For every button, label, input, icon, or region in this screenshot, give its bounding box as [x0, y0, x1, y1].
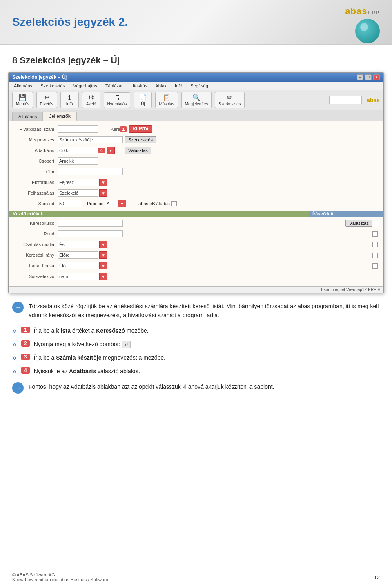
toolbar-logo: abas: [367, 97, 380, 103]
keresőkulcs-row: Keresőkulcs Választás: [13, 219, 379, 228]
edit-label: Szerkesztés: [218, 102, 241, 106]
menu-segitseg[interactable]: Segítség: [189, 83, 209, 89]
step2-bullet: »: [12, 340, 16, 349]
view-button[interactable]: 🔍 Megjelenítés: [181, 92, 212, 108]
felhasznalasi-dropdown[interactable]: ▼: [99, 189, 107, 197]
keresőkulcs-checkbox[interactable]: [374, 221, 379, 226]
irattartipusa-label: Irattár típusa: [13, 263, 58, 268]
view-label: Megjelenítés: [185, 102, 208, 106]
irattartipusa-row: Irattár típusa ▼: [13, 261, 379, 270]
adatbazis-input[interactable]: [58, 147, 98, 154]
csatolasi-mod-input[interactable]: [58, 241, 98, 248]
info-icon-1: →: [12, 302, 24, 313]
menu-tablazat[interactable]: Táblázat: [104, 83, 124, 89]
hivatkozasi-szam-input[interactable]: [58, 125, 98, 133]
info-icon: ℹ: [68, 94, 71, 101]
save-button[interactable]: 💾 Mentés: [12, 92, 33, 108]
csatolasi-mod-row: Csatolás módja ▼: [13, 240, 379, 249]
keresőkulcs-input[interactable]: [58, 220, 123, 227]
felhasznalasi-input[interactable]: [58, 189, 98, 197]
csatolasi-mod-checkbox[interactable]: [372, 242, 378, 247]
elofordulas-dropdown[interactable]: ▼: [99, 179, 107, 186]
csatolasi-mod-dropdown[interactable]: ▼: [99, 241, 107, 248]
step3-row: » 3 Írja be a Számla készítője megnevezé…: [12, 354, 380, 362]
prioritas-input[interactable]: [105, 200, 117, 207]
minimize-button[interactable]: –: [357, 74, 363, 80]
rend-input[interactable]: [58, 230, 123, 237]
keresesi-irany-input[interactable]: [58, 251, 98, 259]
new-button[interactable]: 📄 Új: [134, 92, 152, 108]
elofordulas-input[interactable]: [58, 179, 98, 186]
sorrend-input[interactable]: [58, 200, 82, 207]
discard-button[interactable]: ↩ Elvetés: [36, 92, 57, 108]
csoport-input[interactable]: [58, 157, 98, 165]
rend-label: Rend: [13, 231, 58, 236]
step1-badge: 1: [120, 126, 127, 132]
action-button[interactable]: ⚙ Akció: [82, 92, 100, 108]
felhasznalasi-row: Felhasználás ▼: [13, 188, 379, 197]
irattartipusa-input[interactable]: [58, 262, 98, 269]
csatolasi-mod-label: Csatolás módja: [13, 242, 58, 247]
menu-info[interactable]: Infó: [173, 83, 184, 89]
action-label: Akció: [86, 102, 96, 106]
szerkesztes-button[interactable]: Szerkesztés: [125, 136, 156, 143]
footer-company: © ABAS Software AG: [12, 572, 108, 577]
step4-num: 4: [21, 367, 30, 374]
copy-button[interactable]: 📋 Másolás: [155, 92, 178, 108]
footer-left: © ABAS Software AG Know-how rund um die …: [12, 572, 108, 582]
keresesi-irany-checkbox[interactable]: [372, 253, 378, 258]
megnevezes-input[interactable]: [58, 136, 123, 143]
menu-allomany[interactable]: Állomány: [12, 83, 34, 89]
prioritas-dropdown[interactable]: ▼: [118, 200, 126, 207]
irattartipusa-dropdown[interactable]: ▼: [99, 262, 107, 269]
adatbazis-dropdown[interactable]: ▼: [107, 147, 115, 154]
menu-utasitas[interactable]: Utasítás: [129, 83, 149, 89]
page-title: Szelekciós jegyzék 2.: [12, 16, 128, 29]
keresesi-irany-dropdown[interactable]: ▼: [99, 251, 107, 259]
print-button[interactable]: 🖨 Nyomtatás: [104, 92, 131, 108]
klista-button[interactable]: KLISTA: [129, 125, 152, 133]
cim-input[interactable]: [58, 168, 123, 175]
tabs-bar: Általános Jellemzők: [9, 110, 383, 121]
irattartipusa-checkbox[interactable]: [372, 263, 378, 269]
hivatkozasi-szam-label: Hivatkozási szám: [13, 127, 58, 132]
menu-vegrehajtás[interactable]: Végrehajtás: [71, 83, 99, 89]
form-area: Hivatkozási szám Kere 1 KLISTA Megnevezé…: [9, 121, 383, 286]
menu-szerkesztes[interactable]: Szerkesztés: [39, 83, 67, 89]
cim-label: Cím: [13, 169, 58, 174]
info-icon-2: →: [12, 382, 24, 394]
toolbar-separator: [248, 94, 248, 106]
keresőkulcs-valasztas[interactable]: Választás: [345, 220, 372, 227]
search-input[interactable]: [329, 96, 362, 104]
sorszelekco-dropdown[interactable]: ▼: [99, 273, 107, 280]
discard-label: Elvetés: [40, 102, 53, 106]
tab-jellemzok[interactable]: Jellemzők: [43, 112, 77, 121]
keres-label: Kere: [111, 127, 120, 132]
keresesi-irany-row: Keresési irány ▼: [13, 251, 379, 260]
tab-altalanos[interactable]: Általános: [12, 112, 43, 121]
maximize-button[interactable]: □: [365, 74, 372, 80]
sorszelekco-input[interactable]: [58, 273, 98, 280]
cim-row: Cím: [13, 167, 379, 176]
valasztas-button[interactable]: Választás: [125, 147, 151, 154]
header: Szelekciós jegyzék 2. abas ERP: [0, 0, 392, 45]
elofordulas-row: Előfordulás ▼: [13, 178, 379, 187]
new-label: Új: [141, 102, 145, 106]
footer-tagline: Know-how rund um die abas-Business-Softw…: [12, 577, 108, 582]
close-button[interactable]: ✕: [373, 74, 380, 80]
save-icon: 💾: [18, 94, 27, 101]
step2-num: 2: [21, 340, 30, 347]
felhasznalasi-label: Felhasználás: [13, 190, 58, 195]
sorrend-label: Sorrend: [13, 201, 58, 206]
abas-atadas-checkbox[interactable]: [172, 201, 177, 206]
view-icon: 🔍: [192, 94, 200, 101]
keresesi-irany-label: Keresési irány: [13, 253, 58, 258]
app-window: Szelekciós jegyzék – Új – □ ✕ Állomány S…: [8, 72, 384, 294]
menu-ablak[interactable]: Ablak: [154, 83, 168, 89]
rend-checkbox[interactable]: [372, 231, 378, 237]
edit-button[interactable]: ✏ Szerkesztés: [215, 92, 244, 108]
step3-text: Írja be a Számla készítője megnevezést a…: [34, 354, 165, 362]
info-button[interactable]: ℹ Infó: [60, 92, 79, 108]
save-label: Mentés: [16, 102, 29, 106]
abas-atadas-label: abas eB átadás: [138, 201, 169, 206]
